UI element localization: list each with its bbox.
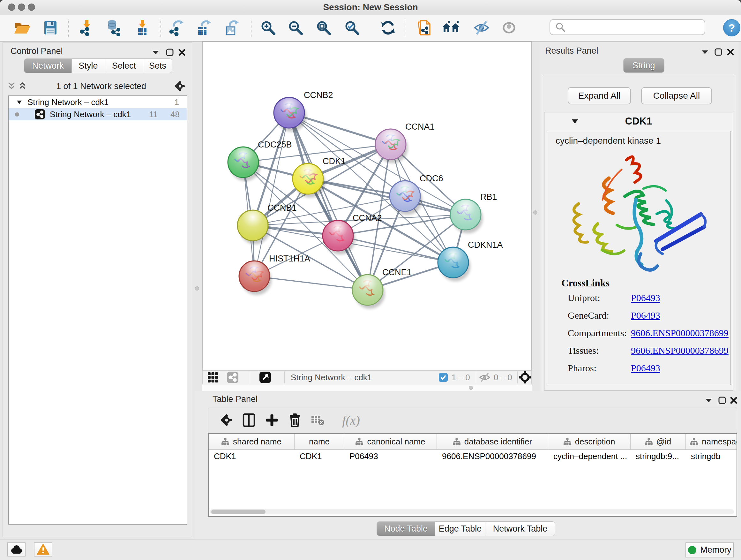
horizontal-splitter-grip[interactable] xyxy=(469,386,473,390)
delete-table-button-disabled[interactable] xyxy=(308,410,328,430)
crosslink-link[interactable]: P06493 xyxy=(631,293,660,303)
horizontal-splitter[interactable] xyxy=(202,384,532,391)
network-overview-button[interactable] xyxy=(224,371,241,383)
tab-sets[interactable]: Sets xyxy=(143,58,172,73)
network-node-CCNB2[interactable]: CCNB2 xyxy=(274,90,333,132)
tab-select[interactable]: Select xyxy=(105,58,143,73)
network-node-CDC6[interactable]: CDC6 xyxy=(390,174,443,215)
network-node-CCNA1[interactable]: CCNA1 xyxy=(375,122,434,163)
zoom-selected-button[interactable] xyxy=(342,17,362,38)
column-header-database-identifier[interactable]: database identifier xyxy=(437,434,548,449)
column-header-shared-name[interactable]: shared name xyxy=(209,434,294,449)
hide-selection-button[interactable] xyxy=(471,17,492,38)
refresh-view-button[interactable] xyxy=(378,17,398,38)
crosslink-link[interactable]: 9606.ENSP00000378699 xyxy=(631,327,729,338)
network-node-CDKN1A[interactable]: CDKN1A xyxy=(438,240,503,281)
collapse-all-networks-button[interactable] xyxy=(6,81,17,91)
table-cell[interactable]: cyclin–dependent ... xyxy=(548,449,630,463)
network-node-CDK1[interactable]: CDK1 xyxy=(293,157,346,198)
table-row[interactable]: CDK1CDK1P064939606.ENSP00000378699cyclin… xyxy=(209,449,737,463)
detach-view-button[interactable] xyxy=(257,371,273,383)
network-options-button[interactable] xyxy=(175,81,185,91)
export-image-button[interactable] xyxy=(221,17,241,38)
crosslink-link[interactable]: 9606.ENSP00000378699 xyxy=(631,345,729,356)
show-all-button[interactable] xyxy=(499,17,519,38)
column-header--id[interactable]: @id xyxy=(630,434,686,449)
export-table-button[interactable] xyxy=(193,17,213,38)
table-cell[interactable]: stringdb:9... xyxy=(630,449,686,463)
delete-column-button[interactable] xyxy=(285,410,305,430)
help-button[interactable]: ? xyxy=(723,19,740,37)
column-header-name[interactable]: name xyxy=(294,434,344,449)
tab-style[interactable]: Style xyxy=(71,58,105,73)
network-collection-row[interactable]: String Network – cdk1 1 xyxy=(9,96,187,108)
results-panel-menu-button[interactable] xyxy=(699,47,711,57)
table-cell[interactable]: CDK1 xyxy=(294,449,344,463)
tab-network[interactable]: Network xyxy=(24,58,72,73)
network-canvas[interactable]: CCNB2CCNA1CDC25BCDK1CDC6RB1CCNB1CCNA2CDK… xyxy=(202,42,532,370)
network-node-CCNE1[interactable]: CCNE1 xyxy=(352,267,412,309)
import-table-file-button[interactable] xyxy=(132,17,152,38)
grid-view-button[interactable] xyxy=(205,371,221,383)
warnings-button[interactable] xyxy=(34,543,52,557)
control-panel-menu-button[interactable] xyxy=(150,47,161,58)
collapse-all-button[interactable]: Collapse All xyxy=(641,87,712,105)
open-session-button[interactable] xyxy=(12,17,32,38)
window-title: Session: New Session xyxy=(0,0,741,15)
export-network-button[interactable] xyxy=(165,17,186,38)
table-cell[interactable]: 9606.ENSP00000378699 xyxy=(437,449,548,463)
table-panel-close-button[interactable] xyxy=(728,395,739,406)
control-panel-close-button[interactable] xyxy=(177,47,187,58)
home-networks-button[interactable] xyxy=(441,17,461,38)
selected-indicator-checkbox[interactable] xyxy=(437,372,449,383)
birdseye-toggle-button[interactable] xyxy=(518,371,532,383)
vertical-splitter-grip[interactable] xyxy=(195,287,199,291)
results-panel-close-button[interactable] xyxy=(725,47,736,57)
function-builder-button-disabled[interactable]: f(x) xyxy=(333,410,368,430)
scrollbar-thumb[interactable] xyxy=(211,509,266,514)
network-edge[interactable] xyxy=(254,113,289,276)
zoom-out-button[interactable] xyxy=(285,17,306,38)
new-network-from-selection-button[interactable] xyxy=(413,17,434,38)
expand-all-button[interactable]: Expand All xyxy=(568,87,631,105)
crosslink-link[interactable]: P06493 xyxy=(631,363,660,374)
tree-expand-icon[interactable] xyxy=(17,101,22,104)
control-panel-float-button[interactable] xyxy=(164,47,175,58)
network-edge[interactable] xyxy=(289,113,466,214)
network-edge[interactable] xyxy=(338,236,453,262)
zoom-fit-button[interactable] xyxy=(313,17,334,38)
table-options-button[interactable] xyxy=(217,410,237,430)
tab-network-table[interactable]: Network Table xyxy=(485,521,555,536)
table-cell[interactable]: CDK1 xyxy=(209,449,294,463)
network-node-HIST1H1A[interactable]: HIST1H1A xyxy=(239,254,310,295)
hidden-indicator[interactable] xyxy=(478,372,492,383)
network-graph[interactable]: CCNB2CCNA1CDC25BCDK1CDC6RB1CCNB1CCNA2CDK… xyxy=(203,42,531,370)
show-columns-button[interactable] xyxy=(239,410,259,430)
import-network-database-button[interactable] xyxy=(103,17,124,38)
zoom-in-button[interactable] xyxy=(258,17,278,38)
results-panel-tab-string[interactable]: String xyxy=(623,58,664,73)
memory-button[interactable]: Memory xyxy=(685,543,734,557)
table-panel-float-button[interactable] xyxy=(717,395,728,406)
network-node-RB1[interactable]: RB1 xyxy=(450,192,497,233)
crosslink-link[interactable]: P06493 xyxy=(631,310,660,321)
create-column-button[interactable] xyxy=(262,410,282,430)
vertical-splitter-grip[interactable] xyxy=(533,210,537,214)
table-panel-menu-button[interactable] xyxy=(703,395,714,406)
tab-edge-table[interactable]: Edge Table xyxy=(435,521,485,536)
network-selection-row: 1 of 1 Network selected xyxy=(6,78,189,94)
table-cell[interactable]: stringdb xyxy=(686,449,737,463)
table-horizontal-scrollbar[interactable] xyxy=(210,509,734,514)
search-input[interactable] xyxy=(567,22,704,33)
network-row-selected[interactable]: String Network – cdk1 11 48 xyxy=(9,108,187,120)
cloud-status-button[interactable] xyxy=(7,543,25,557)
column-header-canonical-name[interactable]: canonical name xyxy=(344,434,437,449)
table-cell[interactable]: P06493 xyxy=(344,449,437,463)
tab-node-table[interactable]: Node Table xyxy=(377,521,435,536)
expand-all-networks-button[interactable] xyxy=(17,81,28,91)
import-network-file-button[interactable] xyxy=(76,17,97,38)
save-session-button[interactable] xyxy=(40,17,61,38)
results-panel-float-button[interactable] xyxy=(713,47,724,57)
column-header-namespace[interactable]: namespace xyxy=(686,434,737,449)
column-header-description[interactable]: description xyxy=(548,434,630,449)
